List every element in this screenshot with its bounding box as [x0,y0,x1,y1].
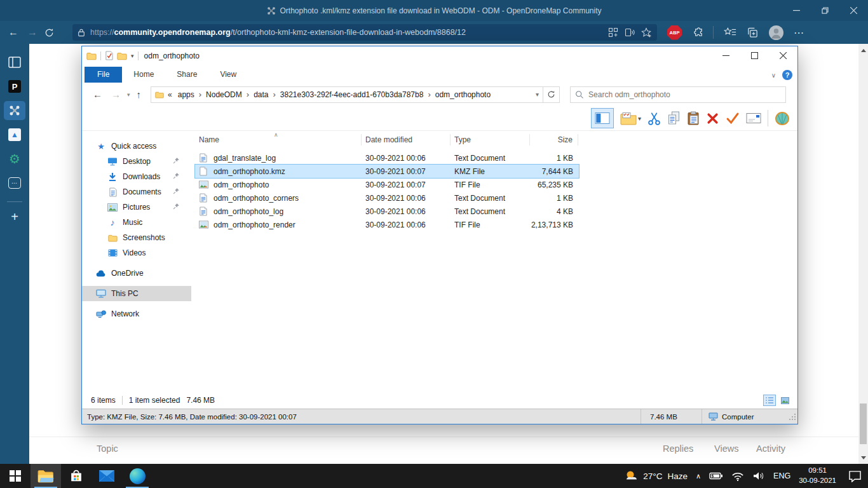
favorites-list-icon[interactable] [724,27,736,38]
properties-check-icon[interactable] [105,51,113,60]
vertical-tabs-toggle-icon[interactable] [4,53,25,72]
details-view-icon[interactable] [763,395,776,406]
breadcrumb-overflow[interactable]: « [168,90,172,99]
new-tab-button[interactable]: + [4,207,25,226]
folder-options-caret-icon[interactable]: ▾ [638,115,641,122]
address-bar[interactable]: https://community.opendronemap.org/t/ort… [72,24,657,41]
sidebar-item-documents[interactable]: Documents [82,184,191,200]
browser-close-button[interactable] [839,0,868,21]
navigation-pane-toggle-icon[interactable] [591,108,614,128]
copy-icon[interactable] [667,111,681,125]
replies-column-header[interactable]: Replies [663,441,693,456]
sidebar-item-screenshots[interactable]: Screenshots [82,230,191,245]
scrollbar-thumb[interactable] [860,403,867,444]
classic-shell-icon[interactable] [775,111,790,125]
folder-options-icon[interactable]: ▾ [620,112,641,125]
browser-back-button[interactable]: ← [4,27,23,38]
column-size[interactable]: Size [530,134,578,146]
tab-triangle-site[interactable]: ▲ [4,125,25,144]
ribbon-collapse-icon[interactable]: ∨ [771,72,776,79]
read-aloud-icon[interactable] [625,27,635,37]
tab-gear-site[interactable]: ⚙ [4,149,25,168]
tray-overflow-chevron-icon[interactable]: ∧ [696,472,701,480]
explorer-minimize-button[interactable] [712,46,740,65]
tab-card-site[interactable]: ⋯ [4,173,25,193]
sidebar-item-onedrive[interactable]: OneDrive [82,266,191,281]
breadcrumb-data[interactable]: data [249,90,273,99]
new-folder-icon[interactable] [117,51,127,60]
file-row-gdal-translate-log[interactable]: gdal_translate_log 30-09-2021 00:06 Text… [195,151,579,165]
taskbar-weather[interactable]: 27°C Haze [624,470,688,482]
sidebar-item-downloads[interactable]: Downloads [82,169,191,184]
activity-column-header[interactable]: Activity [756,441,785,456]
column-type[interactable]: Type [451,134,530,146]
tab-opendronemap-active[interactable] [4,101,25,120]
nav-back-icon[interactable]: ← [93,89,102,100]
profile-avatar[interactable] [769,25,783,40]
explorer-close-button[interactable] [769,46,797,65]
battery-icon[interactable] [709,471,723,480]
breadcrumb-odm-orthophoto[interactable]: odm_orthophoto [431,90,495,99]
taskbar-clock[interactable]: 09:51 30-09-2021 [799,466,836,485]
browser-restore-button[interactable] [811,0,839,21]
cut-icon[interactable] [648,112,661,125]
explorer-maximize-button[interactable] [740,46,769,65]
nav-forward-icon[interactable]: → [111,89,121,100]
search-input[interactable] [588,90,781,99]
tab-view[interactable]: View [208,67,248,83]
browser-forward-button[interactable]: → [23,27,42,38]
adblock-plus-icon[interactable]: ABP [667,25,682,40]
recent-locations-icon[interactable]: ▾ [127,92,130,98]
qat-customize-icon[interactable]: ▾ [131,53,134,59]
file-row-odm-orthophoto-corners[interactable]: odm_orthophoto_corners 30-09-2021 00:06 … [195,191,579,205]
thumbnail-view-icon[interactable] [778,395,791,406]
file-row-odm-orthophoto-log[interactable]: odm_orthophoto_log 30-09-2021 00:06 Text… [195,205,579,218]
breadcrumb-nodeodm[interactable]: NodeODM [201,90,247,99]
split-screen-icon[interactable] [608,27,618,37]
sidebar-item-network[interactable]: Network [82,306,191,322]
start-button[interactable] [0,464,31,488]
tab-p-site[interactable]: P [4,77,25,96]
column-name[interactable]: ∧Name [195,134,362,146]
extension-puzzle-icon[interactable] [692,27,704,39]
sidebar-item-this-pc[interactable]: This PC [82,286,191,301]
tab-home[interactable]: Home [122,67,165,83]
sidebar-item-pictures[interactable]: Pictures [82,200,191,215]
topic-column-header[interactable]: Topic [97,441,118,456]
tab-share[interactable]: Share [165,67,208,83]
add-favorite-star-icon[interactable] [641,27,652,38]
taskbar-mail[interactable] [92,464,122,488]
delete-icon[interactable] [706,112,719,125]
sidebar-item-desktop[interactable]: Desktop [82,154,191,169]
email-icon[interactable] [746,112,761,124]
breadcrumb-bar[interactable]: « apps › NodeODM › data › 3821e303-292f-… [151,86,543,103]
collections-icon[interactable] [747,27,759,39]
tab-file[interactable]: File [85,67,122,83]
file-row-odm-orthophoto[interactable]: odm_orthophoto 30-09-2021 00:07 TIF File… [195,178,579,191]
action-center-icon[interactable] [848,470,862,482]
search-box[interactable] [570,86,786,103]
browser-refresh-button[interactable] [44,28,64,37]
resize-grip[interactable] [789,413,796,421]
volume-icon[interactable] [752,471,765,481]
paste-icon[interactable] [687,111,700,125]
refresh-icon[interactable] [543,86,560,103]
taskbar-microsoft-store[interactable] [61,464,92,488]
scroll-up-icon[interactable] [858,45,868,55]
taskbar-file-explorer[interactable] [31,464,61,488]
wifi-icon[interactable] [731,471,744,481]
browser-minimize-button[interactable] [782,0,811,21]
scroll-down-icon[interactable] [858,452,868,463]
language-indicator[interactable]: ENG [773,471,790,480]
address-dropdown-icon[interactable]: ▾ [536,91,539,98]
help-icon[interactable]: ? [782,70,792,80]
file-row-odm-orthophoto-kmz-selected[interactable]: odm_orthophoto.kmz 30-09-2021 00:07 KMZ … [195,165,579,178]
nav-up-icon[interactable]: ↑ [137,89,142,100]
file-row-odm-orthophoto-render[interactable]: odm_orthophoto_render 30-09-2021 00:06 T… [195,218,579,231]
views-column-header[interactable]: Views [714,441,738,456]
properties-check-toolbar-icon[interactable] [726,112,740,125]
sidebar-item-music[interactable]: ♪ Music [82,215,191,230]
sidebar-item-quick-access[interactable]: ★ Quick access [82,139,191,154]
column-date-modified[interactable]: Date modified [362,134,451,146]
breadcrumb-task-id[interactable]: 3821e303-292f-4eec-add1-670b3da787b8 [276,90,428,99]
